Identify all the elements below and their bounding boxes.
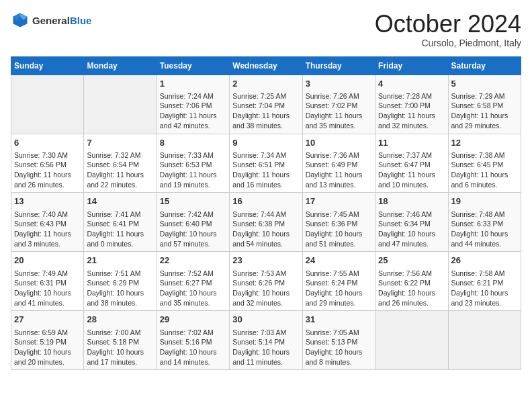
day-info: Sunrise: 7:42 AM Sunset: 6:40 PM Dayligh… — [160, 210, 226, 249]
day-info: Sunrise: 7:44 AM Sunset: 6:38 PM Dayligh… — [232, 210, 299, 249]
calendar-cell: 12Sunrise: 7:38 AM Sunset: 6:45 PM Dayli… — [448, 134, 521, 193]
calendar-header-row: SundayMondayTuesdayWednesdayThursdayFrid… — [11, 56, 521, 75]
day-number: 5 — [451, 78, 518, 90]
calendar-cell: 1Sunrise: 7:24 AM Sunset: 7:06 PM Daylig… — [157, 75, 229, 134]
calendar-table: SundayMondayTuesdayWednesdayThursdayFrid… — [11, 56, 521, 371]
day-info: Sunrise: 7:24 AM Sunset: 7:06 PM Dayligh… — [160, 91, 226, 131]
day-number: 27 — [14, 314, 81, 326]
day-info: Sunrise: 7:58 AM Sunset: 6:21 PM Dayligh… — [451, 269, 518, 308]
calendar-cell: 30Sunrise: 7:03 AM Sunset: 5:14 PM Dayli… — [230, 311, 302, 370]
calendar-cell: 24Sunrise: 7:55 AM Sunset: 6:24 PM Dayli… — [302, 252, 375, 311]
day-info: Sunrise: 7:38 AM Sunset: 6:45 PM Dayligh… — [451, 150, 518, 190]
calendar-cell: 23Sunrise: 7:53 AM Sunset: 6:26 PM Dayli… — [230, 252, 302, 311]
header-saturday: Saturday — [448, 56, 521, 75]
calendar-cell: 7Sunrise: 7:32 AM Sunset: 6:54 PM Daylig… — [84, 134, 157, 193]
day-info: Sunrise: 6:59 AM Sunset: 5:19 PM Dayligh… — [14, 328, 81, 367]
day-info: Sunrise: 7:34 AM Sunset: 6:51 PM Dayligh… — [232, 150, 299, 190]
calendar-week-row: 1Sunrise: 7:24 AM Sunset: 7:06 PM Daylig… — [11, 75, 521, 134]
calendar-cell: 17Sunrise: 7:45 AM Sunset: 6:36 PM Dayli… — [302, 193, 375, 252]
day-number: 21 — [87, 255, 153, 267]
day-info: Sunrise: 7:25 AM Sunset: 7:04 PM Dayligh… — [232, 91, 299, 131]
day-number: 20 — [14, 255, 81, 267]
calendar-week-row: 6Sunrise: 7:30 AM Sunset: 6:56 PM Daylig… — [11, 134, 521, 193]
logo-general: General — [32, 15, 70, 26]
day-info: Sunrise: 7:52 AM Sunset: 6:27 PM Dayligh… — [160, 269, 226, 308]
day-number: 23 — [232, 255, 299, 267]
day-info: Sunrise: 7:05 AM Sunset: 5:13 PM Dayligh… — [306, 328, 372, 367]
day-info: Sunrise: 7:00 AM Sunset: 5:18 PM Dayligh… — [87, 328, 153, 367]
header-friday: Friday — [375, 56, 448, 75]
header-sunday: Sunday — [11, 56, 84, 75]
day-number: 29 — [160, 314, 226, 326]
calendar-cell — [11, 75, 84, 134]
logo-blue: Blue — [70, 15, 92, 26]
calendar-cell: 3Sunrise: 7:26 AM Sunset: 7:02 PM Daylig… — [302, 75, 375, 134]
calendar-cell: 21Sunrise: 7:51 AM Sunset: 6:29 PM Dayli… — [84, 252, 157, 311]
calendar-cell: 5Sunrise: 7:29 AM Sunset: 6:58 PM Daylig… — [448, 75, 521, 134]
day-number: 4 — [378, 78, 445, 90]
location: Cursolo, Piedmont, Italy — [375, 38, 521, 48]
day-number: 26 — [451, 255, 518, 267]
calendar-cell: 10Sunrise: 7:36 AM Sunset: 6:49 PM Dayli… — [302, 134, 375, 193]
calendar-cell: 19Sunrise: 7:48 AM Sunset: 6:33 PM Dayli… — [448, 193, 521, 252]
day-info: Sunrise: 7:36 AM Sunset: 6:49 PM Dayligh… — [306, 150, 372, 190]
logo: GeneralBlue — [11, 11, 91, 30]
calendar-cell: 8Sunrise: 7:33 AM Sunset: 6:53 PM Daylig… — [157, 134, 229, 193]
day-info: Sunrise: 7:33 AM Sunset: 6:53 PM Dayligh… — [160, 150, 226, 190]
calendar-cell: 28Sunrise: 7:00 AM Sunset: 5:18 PM Dayli… — [84, 311, 157, 370]
day-info: Sunrise: 7:40 AM Sunset: 6:43 PM Dayligh… — [14, 210, 81, 249]
page-header: GeneralBlue October 2024 Cursolo, Piedmo… — [11, 11, 521, 48]
calendar-cell: 15Sunrise: 7:42 AM Sunset: 6:40 PM Dayli… — [157, 193, 229, 252]
header-wednesday: Wednesday — [230, 56, 302, 75]
calendar-cell: 31Sunrise: 7:05 AM Sunset: 5:13 PM Dayli… — [302, 311, 375, 370]
calendar-cell — [84, 75, 157, 134]
day-info: Sunrise: 7:49 AM Sunset: 6:31 PM Dayligh… — [14, 269, 81, 308]
day-number: 12 — [451, 137, 518, 149]
day-number: 22 — [160, 255, 226, 267]
day-info: Sunrise: 7:30 AM Sunset: 6:56 PM Dayligh… — [14, 150, 81, 190]
day-info: Sunrise: 7:56 AM Sunset: 6:22 PM Dayligh… — [378, 269, 445, 308]
day-info: Sunrise: 7:03 AM Sunset: 5:14 PM Dayligh… — [232, 328, 299, 367]
day-number: 7 — [87, 137, 153, 149]
calendar-cell: 20Sunrise: 7:49 AM Sunset: 6:31 PM Dayli… — [11, 252, 84, 311]
day-number: 18 — [378, 195, 445, 208]
day-number: 25 — [378, 255, 445, 267]
day-info: Sunrise: 7:53 AM Sunset: 6:26 PM Dayligh… — [232, 269, 299, 308]
header-monday: Monday — [84, 56, 157, 75]
day-number: 1 — [160, 78, 226, 90]
day-number: 2 — [232, 78, 299, 90]
calendar-cell: 29Sunrise: 7:02 AM Sunset: 5:16 PM Dayli… — [157, 311, 229, 370]
day-info: Sunrise: 7:55 AM Sunset: 6:24 PM Dayligh… — [306, 269, 372, 308]
day-info: Sunrise: 7:45 AM Sunset: 6:36 PM Dayligh… — [306, 210, 372, 249]
day-info: Sunrise: 7:29 AM Sunset: 6:58 PM Dayligh… — [451, 91, 518, 131]
day-number: 3 — [306, 78, 372, 90]
logo-icon — [11, 11, 30, 30]
calendar-cell: 13Sunrise: 7:40 AM Sunset: 6:43 PM Dayli… — [11, 193, 84, 252]
day-number: 10 — [306, 137, 372, 149]
day-info: Sunrise: 7:51 AM Sunset: 6:29 PM Dayligh… — [87, 269, 153, 308]
month-title: October 2024 — [375, 11, 521, 38]
day-info: Sunrise: 7:41 AM Sunset: 6:41 PM Dayligh… — [87, 210, 153, 249]
day-number: 31 — [306, 314, 372, 326]
day-number: 28 — [87, 314, 153, 326]
header-tuesday: Tuesday — [157, 56, 229, 75]
day-info: Sunrise: 7:37 AM Sunset: 6:47 PM Dayligh… — [378, 150, 445, 190]
day-number: 17 — [306, 195, 372, 208]
calendar-cell: 9Sunrise: 7:34 AM Sunset: 6:51 PM Daylig… — [230, 134, 302, 193]
day-number: 19 — [451, 195, 518, 208]
day-info: Sunrise: 7:02 AM Sunset: 5:16 PM Dayligh… — [160, 328, 226, 367]
day-number: 15 — [160, 195, 226, 208]
calendar-cell: 22Sunrise: 7:52 AM Sunset: 6:27 PM Dayli… — [157, 252, 229, 311]
calendar-cell: 16Sunrise: 7:44 AM Sunset: 6:38 PM Dayli… — [230, 193, 302, 252]
day-number: 9 — [232, 137, 299, 149]
calendar-cell: 26Sunrise: 7:58 AM Sunset: 6:21 PM Dayli… — [448, 252, 521, 311]
day-number: 6 — [14, 137, 81, 149]
calendar-week-row: 27Sunrise: 6:59 AM Sunset: 5:19 PM Dayli… — [11, 311, 521, 370]
day-number: 16 — [232, 195, 299, 208]
day-number: 30 — [232, 314, 299, 326]
day-info: Sunrise: 7:46 AM Sunset: 6:34 PM Dayligh… — [378, 210, 445, 249]
calendar-cell: 27Sunrise: 6:59 AM Sunset: 5:19 PM Dayli… — [11, 311, 84, 370]
calendar-cell: 4Sunrise: 7:28 AM Sunset: 7:00 PM Daylig… — [375, 75, 448, 134]
day-info: Sunrise: 7:26 AM Sunset: 7:02 PM Dayligh… — [306, 91, 372, 131]
calendar-cell: 11Sunrise: 7:37 AM Sunset: 6:47 PM Dayli… — [375, 134, 448, 193]
